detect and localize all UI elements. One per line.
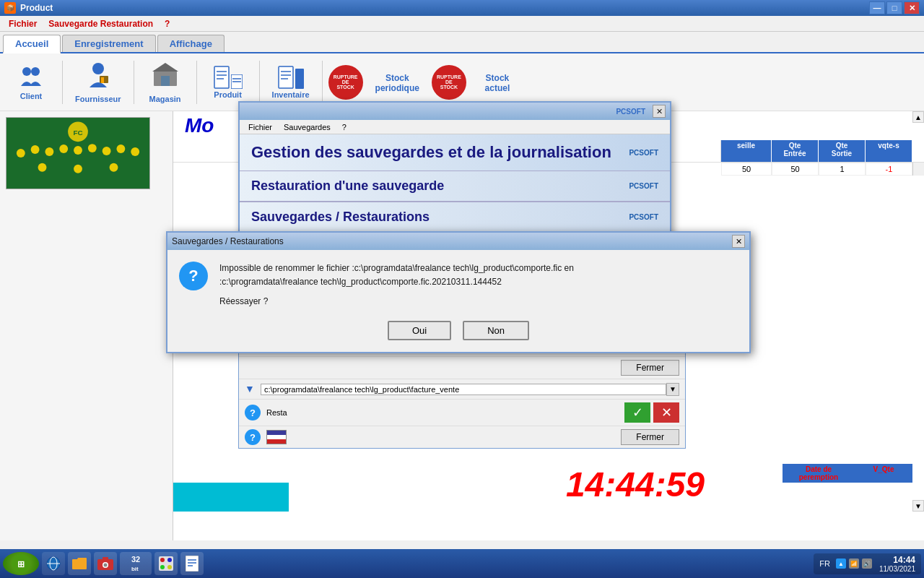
taskbar-clock: 14:44 11/03/2021: [879, 555, 915, 573]
check-button[interactable]: ✓: [624, 402, 650, 423]
dlg-gestion-titlebar: PCSOFT ✕: [240, 103, 670, 120]
client-label: Client: [20, 92, 43, 100]
dlg-sauvegardes-title: Sauvegardes / Restaurations: [251, 210, 430, 225]
xred-button[interactable]: ✕: [653, 402, 679, 423]
pcsoft-logo-4: PCSOFT: [629, 213, 658, 221]
fournisseur-label: Fournisseur: [75, 95, 121, 103]
path-field[interactable]: c:\programdata\frealance tech\lg_product…: [261, 384, 666, 395]
dlg-sauvrestore-message: Impossible de renommer le fichier :c:\pr…: [208, 262, 738, 309]
pcsoft-logo-1: PCSOFT: [616, 108, 645, 116]
svg-point-47: [160, 565, 165, 569]
app-32bit-icon[interactable]: 32bit: [120, 552, 152, 575]
fermer-button-2[interactable]: Fermer: [621, 429, 679, 445]
lang-indicator: FR: [819, 559, 830, 568]
ie-icon[interactable]: [42, 552, 65, 575]
stock-periodique-button[interactable]: Stockperiodique: [369, 68, 426, 97]
doc-icon[interactable]: [180, 552, 204, 575]
tray-icon-1: ▲: [836, 558, 846, 569]
tab-accueil[interactable]: Accueil: [3, 35, 61, 53]
svg-point-2: [92, 63, 104, 74]
dlg-gestion-menu: Fichier Sauvegardes ?: [240, 120, 670, 134]
folder-icon[interactable]: [68, 552, 91, 575]
client-button[interactable]: Client: [6, 61, 56, 104]
dlg-sauvegardes-section: Sauvegardes / Restaurations PCSOFT: [240, 202, 670, 232]
flag-icon: [266, 430, 287, 444]
tab-enregistrement[interactable]: Enregistrement: [62, 35, 155, 52]
stock-periodique-label: Stockperiodique: [375, 73, 419, 93]
menu-help[interactable]: ?: [159, 17, 175, 30]
dlg-gestion-header-title: Gestion des sauvegardes et de la journal…: [251, 143, 611, 162]
svg-point-48: [167, 565, 172, 569]
svg-text:▲: ▲: [838, 561, 844, 567]
path-dropdown-btn[interactable]: ▼: [666, 383, 679, 396]
svg-rect-43: [103, 557, 108, 560]
inventaire-label: Inventaire: [272, 90, 310, 99]
magasin-label: Magasin: [149, 95, 181, 103]
taskbar: ⊞ 32bit FR ▲ 📶 🔊 14:44: [0, 549, 924, 578]
stock-actuel-button[interactable]: Stockactuel: [472, 68, 523, 97]
inventaire-button[interactable]: Inventaire: [266, 62, 316, 103]
dlg-gestion-close[interactable]: ✕: [653, 105, 666, 118]
tab-affichage[interactable]: Affichage: [157, 35, 225, 52]
camera-icon[interactable]: [94, 552, 117, 575]
svg-text:🔊: 🔊: [863, 560, 871, 567]
team-image: FC: [6, 117, 150, 189]
svg-point-32: [110, 163, 118, 172]
app-title: Product: [20, 3, 53, 13]
svg-point-27: [103, 147, 111, 155]
col-seille: seille: [721, 140, 772, 162]
scroll-down-arrow[interactable]: ▼: [912, 500, 924, 512]
scroll-up-arrow[interactable]: ▲: [912, 111, 924, 123]
svg-text:📶: 📶: [850, 560, 858, 567]
dlg-menu-help[interactable]: ?: [336, 122, 352, 132]
paint-icon[interactable]: [154, 552, 178, 575]
svg-rect-7: [161, 76, 170, 86]
rupture-badge-1: RUPTURE DE STOCK: [328, 65, 363, 100]
title-bar-controls: — □ ✕: [869, 1, 920, 14]
produit-label: Produit: [214, 90, 242, 99]
path-dropdown-arrow[interactable]: ▼: [245, 383, 258, 396]
svg-point-42: [104, 564, 108, 567]
close-button[interactable]: ✕: [904, 1, 920, 14]
svg-point-23: [45, 147, 53, 156]
dlg-sauvrestore-line3: Réessayer ?: [219, 295, 738, 309]
svg-rect-19: [295, 69, 304, 89]
dlg-restauration-title: Restauration d'une sauvegarde: [251, 178, 444, 194]
tray-icon-2: 📶: [849, 558, 859, 569]
menu-sauvegarde[interactable]: Sauvegarde Restauration: [43, 17, 159, 30]
start-button[interactable]: ⊞: [3, 552, 39, 575]
dlg-sauvrestore-buttons: Oui Non: [179, 321, 738, 340]
svg-point-26: [88, 144, 97, 152]
oui-button[interactable]: Oui: [388, 321, 451, 340]
pcsoft-logo-3: PCSOFT: [629, 182, 658, 190]
svg-point-1: [31, 67, 40, 76]
dlg-menu-sauvegardes[interactable]: Sauvegardes: [278, 122, 336, 132]
maximize-button[interactable]: □: [886, 1, 902, 14]
title-bar: 📦 Product — □ ✕: [0, 0, 924, 16]
sidebar: FC: [0, 111, 173, 540]
tab-bar: Accueil Enregistrement Affichage: [0, 32, 924, 53]
dlg-menu-fichier[interactable]: Fichier: [243, 122, 278, 132]
cyan-bar: [173, 483, 289, 512]
non-button[interactable]: Non: [463, 321, 529, 340]
svg-rect-49: [186, 556, 199, 571]
menu-fichier[interactable]: Fichier: [3, 17, 43, 30]
pcsoft-logo-2: PCSOFT: [629, 149, 658, 157]
svg-point-25: [74, 146, 82, 155]
svg-rect-8: [214, 66, 229, 88]
dlg-sauvrestore-close[interactable]: ✕: [732, 235, 745, 248]
fournisseur-button[interactable]: Fournisseur: [69, 58, 128, 107]
dlg-sauvrestore-icon: ?: [179, 262, 208, 290]
cell-qte-entree: 50: [772, 163, 819, 176]
col-qte-sortie: QteSortie: [819, 140, 866, 162]
dlg-sauvrestore-title-text: Sauvegardes / Restaurations: [172, 236, 284, 246]
fermer-button-1[interactable]: Fermer: [621, 360, 679, 376]
minimize-button[interactable]: —: [869, 1, 885, 14]
dlg-gestion-header: Gestion des sauvegardes et de la journal…: [240, 134, 670, 171]
svg-text:FC: FC: [73, 129, 82, 137]
svg-point-0: [22, 67, 31, 76]
produit-button[interactable]: Produit: [203, 62, 253, 103]
magasin-button[interactable]: Magasin: [140, 58, 191, 107]
question-icon-2: ?: [245, 405, 261, 420]
svg-point-22: [31, 145, 40, 154]
